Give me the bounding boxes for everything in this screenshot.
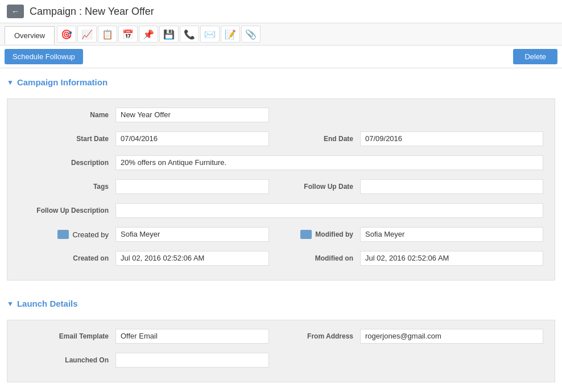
email-template-row: Email Template Offer Email From Address …	[19, 327, 543, 345]
modified-by-avatar-icon	[300, 230, 312, 239]
created-by-label: Created by	[72, 230, 109, 239]
page-title: Campaign : New Year Offer	[30, 6, 154, 18]
modified-by-group: Modified by Sofia Meyer	[292, 227, 543, 242]
back-button[interactable]: ←	[7, 5, 24, 18]
note-icon-btn[interactable]: 📝	[221, 26, 240, 43]
end-date-group: End Date 07/09/2016	[292, 131, 543, 146]
modified-on-group: Modified on Jul 02, 2016 02:52:06 AM	[292, 251, 543, 266]
modified-by-label-wrap: Modified by	[292, 230, 360, 239]
action-bar: Schedule Followup Delete	[0, 46, 562, 68]
description-row: Description 20% offers on Antique Furnit…	[19, 154, 543, 172]
attachment-icon-btn[interactable]: 📎	[241, 26, 261, 43]
tags-value	[115, 179, 269, 194]
from-address-group: From Address rogerjones@gmail.com	[292, 329, 543, 344]
table-icon-btn[interactable]: 📋	[98, 26, 117, 43]
follow-up-desc-label: Follow Up Description	[19, 207, 115, 214]
launch-form-panel: Email Template Offer Email From Address …	[7, 320, 555, 382]
created-by-avatar-icon	[57, 230, 69, 239]
tags-row: Tags Follow Up Date	[19, 178, 543, 196]
name-row: Name New Year Offer	[19, 106, 543, 124]
tab-overview[interactable]: Overview	[5, 26, 55, 44]
start-date-value: 07/04/2016	[115, 131, 269, 146]
description-label: Description	[19, 159, 115, 167]
launched-on-value	[115, 353, 269, 368]
start-date-label: Start Date	[19, 135, 115, 143]
campaign-collapse-arrow: ▼	[7, 79, 14, 86]
save-icon-btn[interactable]: 💾	[159, 26, 179, 43]
end-date-label: End Date	[292, 135, 360, 143]
launched-on-row: Launched On	[19, 351, 543, 369]
campaign-section-title: Campaign Information	[17, 77, 108, 87]
phone-icon-btn[interactable]: 📞	[180, 26, 199, 43]
created-on-value: Jul 02, 2016 02:52:06 AM	[115, 251, 269, 266]
follow-up-date-value	[360, 179, 543, 194]
tags-label: Tags	[19, 183, 115, 191]
calendar-icon-btn[interactable]: 📅	[118, 26, 138, 43]
launch-section-title: Launch Details	[17, 299, 78, 308]
from-address-label: From Address	[292, 332, 360, 340]
from-address-value: rogerjones@gmail.com	[360, 329, 543, 344]
campaign-section-header[interactable]: ▼ Campaign Information	[7, 77, 555, 87]
created-on-label: Created on	[19, 254, 115, 262]
modified-by-value: Sofia Meyer	[360, 227, 543, 242]
name-value: New Year Offer	[115, 108, 269, 122]
launch-collapse-arrow: ▼	[7, 300, 14, 308]
name-label: Name	[19, 111, 115, 119]
email-icon-btn[interactable]: ✉️	[200, 26, 220, 43]
follow-up-date-label: Follow Up Date	[292, 183, 360, 191]
launch-section-header[interactable]: ▼ Launch Details	[7, 299, 555, 308]
toolbar-icons: 🎯 📈 📋 📅 📌 💾 📞 ✉️ 📝 📎	[57, 23, 261, 45]
email-template-label: Email Template	[19, 332, 115, 340]
dates-row: Start Date 07/04/2016 End Date 07/09/201…	[19, 130, 543, 148]
delete-button[interactable]: Delete	[513, 49, 557, 64]
created-modified-on-row: Created on Jul 02, 2016 02:52:06 AM Modi…	[19, 249, 543, 267]
created-by-label-wrap: Created by	[19, 230, 115, 239]
campaign-information-section: ▼ Campaign Information	[0, 68, 562, 98]
follow-up-date-group: Follow Up Date	[292, 179, 543, 194]
target-icon-btn[interactable]: 🎯	[57, 26, 76, 43]
toolbar: Overview 🎯 📈 📋 📅 📌 💾 📞 ✉️ 📝 📎	[0, 23, 562, 46]
description-value: 20% offers on Antique Furniture.	[115, 155, 543, 170]
launched-on-label: Launched On	[19, 356, 115, 364]
end-date-value: 07/09/2016	[360, 131, 543, 146]
follow-up-desc-row: Follow Up Description	[19, 201, 543, 220]
modified-by-label: Modified by	[315, 230, 353, 238]
modified-on-label: Modified on	[292, 254, 360, 262]
page-header: ← Campaign : New Year Offer	[0, 0, 562, 23]
launch-details-section: ▼ Launch Details	[0, 290, 562, 320]
follow-up-desc-value	[115, 203, 543, 218]
created-by-value: Sofia Meyer	[115, 227, 269, 242]
email-template-value: Offer Email	[115, 329, 269, 344]
chart-icon-btn[interactable]: 📈	[77, 26, 97, 43]
pin-icon-btn[interactable]: 📌	[139, 26, 158, 43]
created-modified-row: Created by Sofia Meyer Modified by Sofia…	[19, 225, 543, 244]
modified-on-value: Jul 02, 2016 02:52:06 AM	[360, 251, 543, 266]
schedule-followup-button[interactable]: Schedule Followup	[5, 49, 83, 64]
campaign-form-panel: Name New Year Offer Start Date 07/04/201…	[7, 98, 555, 280]
